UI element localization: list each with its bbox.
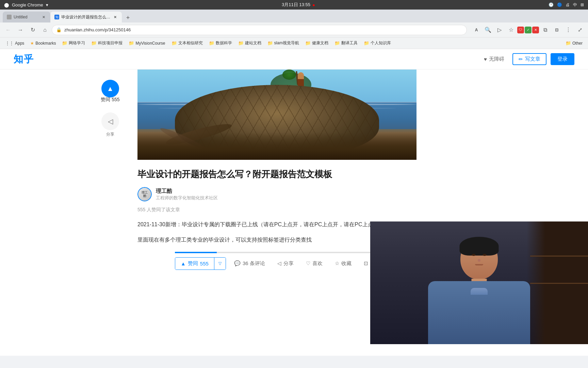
- os-bar-right: 🕐 🔵 🖨 中 ⊞: [549, 2, 584, 8]
- bookmark-jiankang[interactable]: 📁 健康文档: [303, 39, 331, 48]
- expand-button[interactable]: ⤢: [574, 25, 585, 35]
- bookmark-button[interactable]: ☆: [506, 25, 517, 35]
- bookmark-slam[interactable]: 📁 slam视觉导航: [265, 39, 302, 48]
- downvote-icon: ▽: [218, 261, 222, 266]
- transfer-icon-bottom: ⊡: [364, 260, 368, 266]
- folder-icon: 📁: [364, 41, 369, 46]
- new-tab-button[interactable]: +: [123, 13, 133, 22]
- folder-icon: 📁: [238, 41, 244, 46]
- folder-icon: 📁: [91, 41, 97, 46]
- heart-icon: ♥: [484, 56, 487, 62]
- share-label-bottom: 分享: [283, 260, 294, 267]
- folder-icon: 📁: [566, 41, 571, 46]
- apps-icon: ⋮⋮: [5, 41, 14, 46]
- folder-icon: 📁: [305, 41, 311, 46]
- geren-label: 个人知识库: [371, 40, 391, 46]
- write-button[interactable]: ✏ 写文章: [512, 53, 546, 65]
- header-right: ♥ 无障碍 ✏ 写文章 登录: [480, 53, 574, 65]
- share-button-bottom[interactable]: ◁ 分享: [273, 258, 298, 270]
- share-icon-bottom: ◁: [277, 260, 281, 266]
- author-desc: 工程师的数字化智能化技术社区: [156, 195, 218, 201]
- extension3-button[interactable]: ✕: [532, 27, 539, 33]
- extension2-button[interactable]: ✓: [525, 27, 532, 33]
- tab-title-zhihu: 毕业设计的开题报告怎么…: [61, 14, 110, 20]
- search-button[interactable]: 🔍: [483, 25, 493, 35]
- tabs-bar: Untitled ✕ 知 毕业设计的开题报告怎么… ✕ +: [0, 10, 588, 22]
- bookmark-jianzhan[interactable]: 📁 建站文档: [235, 39, 264, 48]
- tab-zhihu[interactable]: 知 毕业设计的开题报告怎么… ✕: [50, 12, 122, 22]
- back-button[interactable]: ←: [3, 25, 14, 35]
- upvote-icon: ▲: [107, 85, 114, 93]
- extension1-button[interactable]: 🛡: [517, 27, 524, 33]
- bookmark-shuju[interactable]: 📁 数据科学: [206, 39, 235, 48]
- profile-button[interactable]: ⊡: [551, 25, 562, 35]
- clock-icon: 🕐: [549, 2, 554, 7]
- recording-icon: ●: [312, 2, 315, 7]
- address-bar[interactable]: 🔒 zhuanlan.zhihu.com/p/341250146: [52, 25, 467, 35]
- jianzhan-label: 建站文档: [245, 40, 261, 46]
- translate-button[interactable]: A: [471, 25, 482, 35]
- bookmark-myvision[interactable]: 📁 MyVisionCourse: [126, 39, 168, 48]
- bookmark-geren[interactable]: 📁 个人知识库: [361, 39, 394, 48]
- menu-button[interactable]: ⋮: [563, 25, 574, 35]
- bookmark-apps[interactable]: ⋮⋮ Apps: [3, 39, 27, 48]
- datetime: 3月11日 13:55: [282, 2, 310, 8]
- bookmark-wangluo[interactable]: 📁 网络学习: [59, 39, 88, 48]
- fanyi-label: 翻译工具: [341, 40, 358, 46]
- author-avatar[interactable]: 理工酷: [137, 187, 152, 201]
- folder-icon: 📁: [129, 41, 134, 46]
- collect-label-bottom: 收藏: [341, 260, 352, 267]
- article-text-1: 2021-11-30新增：毕业设计专属的下载圈子已上线（请在PC上点开，请在PC…: [137, 221, 390, 227]
- os-bar-left: ⬤ Google Chrome ▾: [4, 2, 48, 7]
- write-label: 写文章: [525, 56, 540, 62]
- tab-title-untitled: Untitled: [14, 15, 39, 19]
- login-button[interactable]: 登录: [551, 53, 574, 65]
- collect-button-bottom[interactable]: ☆ 收藏: [331, 258, 356, 270]
- article-sidebar: ▲ 赞同 555 ◁ 分享: [97, 70, 124, 137]
- tab-untitled[interactable]: Untitled ✕: [3, 12, 50, 22]
- read-aloud-button[interactable]: ▷: [494, 25, 505, 35]
- vote-up-label: 赞同: [188, 260, 198, 267]
- tab-favicon-untitled: [7, 15, 12, 19]
- vote-count-bottom: 555: [200, 261, 209, 266]
- author-name[interactable]: 理工酷: [156, 188, 218, 195]
- wuzhang-button[interactable]: ♥ 无障碍: [480, 54, 508, 64]
- myvision-label: MyVisionCourse: [135, 41, 165, 46]
- apps-label: Apps: [15, 41, 24, 46]
- comment-button-bottom[interactable]: 💬 36 条评论: [230, 258, 269, 270]
- share-label-sidebar: 分享: [106, 132, 114, 137]
- bookmark-keji[interactable]: 📁 科技项目申报: [88, 39, 125, 48]
- vote-down-button[interactable]: ▽: [214, 258, 226, 270]
- chrome-icon: ⬤: [4, 2, 9, 7]
- lock-icon: 🔒: [56, 27, 62, 32]
- bookmark-fanyi[interactable]: 📁 翻译工具: [332, 39, 360, 48]
- share-sidebar-button[interactable]: ◁: [101, 112, 119, 130]
- tab-close-zhihu[interactable]: ✕: [112, 14, 118, 20]
- app-name: Google Chrome: [12, 2, 43, 7]
- article-stats: 555 人赞同了该文章: [137, 207, 491, 213]
- folder-icon: 📁: [172, 41, 177, 46]
- nav-bar: ← → ↻ ⌂ 🔒 zhuanlan.zhihu.com/p/341250146…: [0, 22, 588, 37]
- vote-group-bottom: ▲ 赞同 555 ▽: [175, 257, 226, 270]
- like-label-bottom: 喜欢: [312, 260, 323, 267]
- article-title: 毕业设计的开题报告怎么写？附开题报告范文模板: [137, 168, 491, 180]
- vote-up-sidebar-button[interactable]: ▲: [101, 80, 119, 97]
- extensions-button[interactable]: ⧉: [540, 25, 551, 35]
- zhihu-logo[interactable]: 知乎: [14, 53, 34, 66]
- tab-close-untitled[interactable]: ✕: [41, 14, 46, 20]
- forward-button[interactable]: →: [15, 25, 26, 35]
- upvote-icon-bottom: ▲: [181, 261, 186, 266]
- folder-icon: 📁: [267, 41, 273, 46]
- vote-up-bottom-button[interactable]: ▲ 赞同 555: [175, 258, 214, 270]
- bookmark-bookmarks[interactable]: ★ Bookmarks: [28, 39, 59, 48]
- printer-icon: 🖨: [566, 2, 570, 7]
- author-avatar-inner: 理工酷: [137, 187, 152, 201]
- bookmarks-label: Bookmarks: [35, 41, 56, 46]
- home-button[interactable]: ⌂: [39, 25, 50, 35]
- bookmark-other[interactable]: 📁 Other: [563, 39, 585, 48]
- refresh-button[interactable]: ↻: [27, 25, 38, 35]
- like-button-bottom[interactable]: ♡ 喜欢: [302, 258, 327, 270]
- person-silhouette: [370, 221, 588, 344]
- bookmark-wenben[interactable]: 📁 文本相似研究: [169, 39, 206, 48]
- url-text: zhuanlan.zhihu.com/p/341250146: [64, 27, 462, 32]
